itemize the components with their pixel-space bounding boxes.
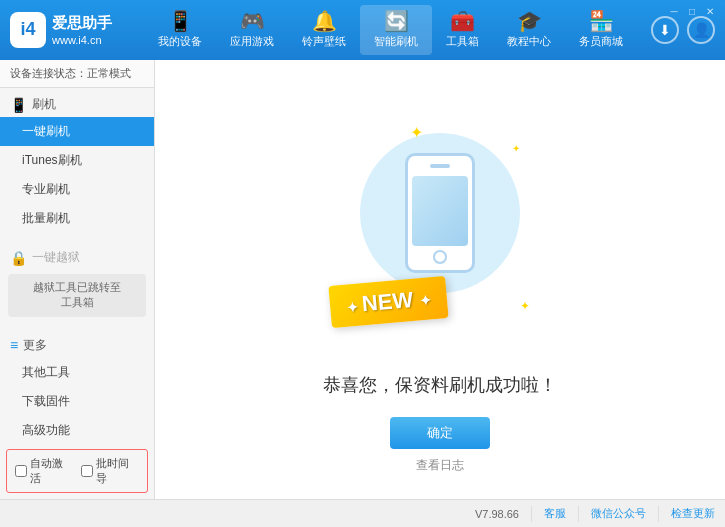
services-icon: 🏪 [589,11,614,31]
close-button[interactable]: ✕ [703,4,717,18]
nav-tutorials[interactable]: 🎓 教程中心 [493,5,565,55]
check-update-label[interactable]: 检查更新 [671,506,715,521]
status-divider-1 [531,506,532,522]
flash-icon: 🔄 [384,11,409,31]
sidebar-item-one-key-flash[interactable]: 一键刷机 [0,117,154,146]
sidebar-item-other-tools[interactable]: 其他工具 [0,358,154,387]
sidebar-section-restore: 🔒 一键越狱 [0,241,154,270]
nav-smart-flash[interactable]: 🔄 智能刷机 [360,5,432,55]
logo: i4 爱思助手 www.i4.cn [10,12,120,48]
sidebar: 设备连接状态：正常模式 📱 刷机 一键刷机 iTunes刷机 专业刷机 批量刷机… [0,60,155,527]
support-label[interactable]: 客服 [544,506,566,521]
sidebar-item-advanced[interactable]: 高级功能 [0,416,154,445]
phone-shape [405,153,475,273]
lock-icon: 🔒 [10,250,27,266]
auto-detect-checkbox[interactable] [15,465,27,477]
status-divider-2 [578,506,579,522]
nav-tools[interactable]: 🧰 工具箱 [432,5,493,55]
new-badge: NEW [328,276,449,328]
body: 设备连接状态：正常模式 📱 刷机 一键刷机 iTunes刷机 专业刷机 批量刷机… [0,60,725,527]
maximize-button[interactable]: □ [685,4,699,18]
circle-bg [360,133,520,293]
status-right: V7.98.66 客服 微信公众号 检查更新 [475,506,715,522]
sidebar-item-batch-flash[interactable]: 批量刷机 [0,204,154,233]
success-text: 恭喜您，保资料刷机成功啦！ [323,373,557,397]
nav-my-device[interactable]: 📱 我的设备 [144,5,216,55]
logo-icon: i4 [10,12,46,48]
user-button[interactable]: 👤 [687,16,715,44]
header-right: ⬇ 👤 [651,16,715,44]
sidebar-item-pro-flash[interactable]: 专业刷机 [0,175,154,204]
confirm-button[interactable]: 确定 [390,417,490,449]
breadcrumb: 设备连接状态：正常模式 [0,60,154,88]
view-log-link[interactable]: 查看日志 [416,457,464,474]
sparkle-1: ✦ [410,123,423,142]
time-guide-label[interactable]: 批时间导 [81,456,139,486]
success-illustration: NEW ✦ ✦ ✦ [340,113,540,353]
logo-text: 爱思助手 www.i4.cn [52,12,112,48]
sidebar-section-flash: 📱 刷机 [0,88,154,117]
download-button[interactable]: ⬇ [651,16,679,44]
status-bar: V7.98.66 客服 微信公众号 检查更新 [0,499,725,527]
wechat-label[interactable]: 微信公众号 [591,506,646,521]
time-guide-checkbox[interactable] [81,465,93,477]
header: i4 爱思助手 www.i4.cn 📱 我的设备 🎮 应用游戏 🔔 铃声壁纸 🔄 [0,0,725,60]
device-icon: 📱 [168,11,193,31]
ringtone-icon: 🔔 [312,11,337,31]
window-controls: ─ □ ✕ [667,4,717,18]
sidebar-item-itunes-flash[interactable]: iTunes刷机 [0,146,154,175]
nav-services[interactable]: 🏪 务员商城 [565,5,637,55]
auto-detect-label[interactable]: 自动激活 [15,456,73,486]
phone-home [433,250,447,264]
flash-section-icon: 📱 [10,97,27,113]
minimize-button[interactable]: ─ [667,4,681,18]
content-area: NEW ✦ ✦ ✦ 恭喜您，保资料刷机成功啦！ 确定 查看日志 [155,60,725,527]
nav-items: 📱 我的设备 🎮 应用游戏 🔔 铃声壁纸 🔄 智能刷机 🧰 工具箱 🎓 [140,5,641,55]
nav-apps-games[interactable]: 🎮 应用游戏 [216,5,288,55]
sidebar-section-more: ≡ 更多 [0,329,154,358]
sidebar-restore-note: 越狱工具已跳转至工具箱 [8,274,146,317]
apps-icon: 🎮 [240,11,265,31]
phone-screen [412,176,468,246]
nav-ringtones[interactable]: 🔔 铃声壁纸 [288,5,360,55]
status-divider-3 [658,506,659,522]
tutorial-icon: 🎓 [517,11,542,31]
sidebar-item-download-fw[interactable]: 下载固件 [0,387,154,416]
sparkle-2: ✦ [512,143,520,154]
tools-icon: 🧰 [450,11,475,31]
auto-detect-area: 自动激活 批时间导 [6,449,148,493]
sparkle-3: ✦ [520,299,530,313]
more-icon: ≡ [10,337,18,353]
version-label: V7.98.66 [475,508,519,520]
